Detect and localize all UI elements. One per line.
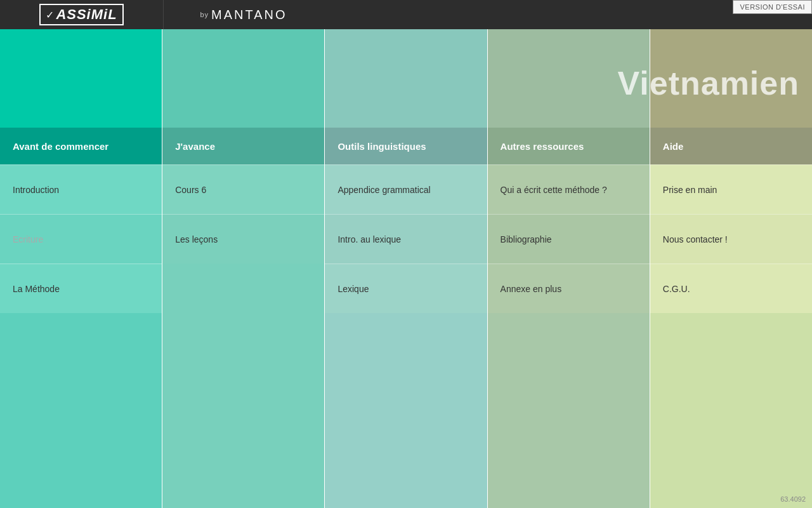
version-badge[interactable]: VERSION D'ESSAI xyxy=(733,0,812,14)
column-autres-top xyxy=(488,29,650,128)
list-item-autres-1[interactable]: Bibliographie xyxy=(488,214,650,264)
column-outils-bottom xyxy=(325,313,487,508)
column-autres-bottom xyxy=(488,313,650,508)
list-item-javance-1[interactable]: Les leçons xyxy=(162,214,324,264)
column-outils-top xyxy=(325,29,487,128)
list-item-autres-0[interactable]: Qui a écrit cette méthode ? xyxy=(488,164,650,214)
column-javance-top xyxy=(162,29,324,128)
column-aide: AidePrise en mainNous contacter !C.G.U. xyxy=(650,29,812,508)
columns-container: Avant de commencerIntroductionEcritureLa… xyxy=(0,29,812,508)
column-avant-header: Avant de commencer xyxy=(0,128,162,164)
list-item-autres-2[interactable]: Annexe en plus xyxy=(488,264,650,313)
list-item-avant-1[interactable]: Ecriture xyxy=(0,214,162,264)
column-autres: Autres ressourcesQui a écrit cette métho… xyxy=(488,29,650,508)
app-header: ✓ ASSiMiL by MANTANO VERSION D'ESSAI xyxy=(0,0,812,29)
column-aide-bottom xyxy=(650,313,812,508)
list-item-avant-2[interactable]: La Méthode xyxy=(0,264,162,313)
column-avant: Avant de commencerIntroductionEcritureLa… xyxy=(0,29,162,508)
list-item-javance-0[interactable]: Cours 6 xyxy=(162,164,324,214)
column-javance: J'avanceCours 6Les leçons xyxy=(162,29,325,508)
list-item-avant-0[interactable]: Introduction xyxy=(0,164,162,214)
column-outils-header: Outils linguistiques xyxy=(325,128,487,164)
column-outils: Outils linguistiquesAppendice grammatica… xyxy=(325,29,487,508)
column-avant-bottom xyxy=(0,313,162,508)
list-item-outils-2[interactable]: Lexique xyxy=(325,264,487,313)
list-item-aide-2[interactable]: C.G.U. xyxy=(650,264,812,313)
mantano-text: MANTANO xyxy=(211,8,287,22)
list-item-aide-0[interactable]: Prise en main xyxy=(650,164,812,214)
list-item-outils-0[interactable]: Appendice grammatical xyxy=(325,164,487,214)
by-text: by xyxy=(200,11,209,18)
assimil-logo-text: ASSiMiL xyxy=(56,6,117,23)
main-content: Vietnamien Avant de commencerIntroductio… xyxy=(0,29,812,508)
mantano-logo: by MANTANO xyxy=(164,0,324,29)
column-aide-header: Aide xyxy=(650,128,812,164)
assimil-logo[interactable]: ✓ ASSiMiL xyxy=(0,0,164,29)
list-item-outils-1[interactable]: Intro. au lexique xyxy=(325,214,487,264)
version-number: 63.4092 xyxy=(780,495,806,503)
column-javance-header: J'avance xyxy=(162,128,324,164)
list-item-aide-1[interactable]: Nous contacter ! xyxy=(650,214,812,264)
column-javance-bottom xyxy=(162,264,324,508)
column-avant-top xyxy=(0,29,162,128)
column-autres-header: Autres ressources xyxy=(488,128,650,164)
column-aide-top xyxy=(650,29,812,128)
